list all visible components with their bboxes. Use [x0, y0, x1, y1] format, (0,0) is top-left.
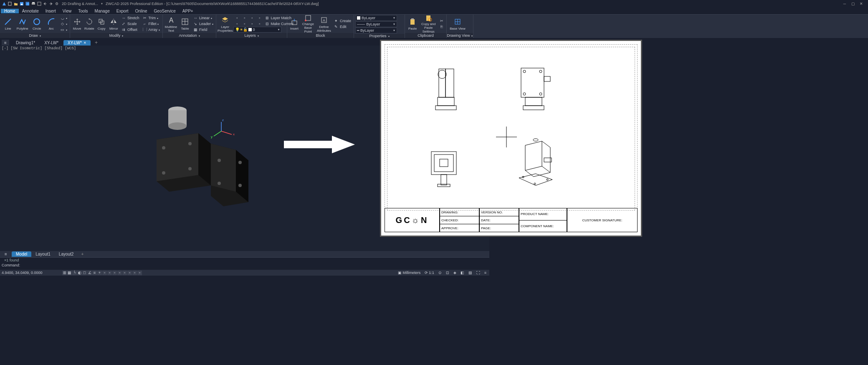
isoplane-button[interactable]: ◧ — [459, 271, 466, 275]
workspace-drop-icon[interactable]: ▼ — [101, 3, 103, 5]
sb13[interactable]: ▫ — [122, 271, 127, 275]
drawing-view-panel-label[interactable]: Drawing View▾ — [447, 33, 473, 38]
snap-toggle[interactable]: ⊞ — [62, 271, 67, 275]
tab-home[interactable]: Home — [1, 9, 19, 13]
layer-tool1[interactable]: ▫ — [233, 15, 240, 21]
tab-insert[interactable]: Insert — [42, 9, 59, 13]
layer-properties-button[interactable]: Layer Properties — [218, 15, 233, 33]
fillet-button[interactable]: ⌐Fillet▾ — [141, 21, 161, 27]
stretch-button[interactable]: ↔Stretch — [120, 15, 141, 21]
tab-tools[interactable]: Tools — [75, 9, 91, 13]
customize-button[interactable]: ≡ — [483, 271, 488, 275]
properties-panel-label[interactable]: Properties▾ — [354, 34, 405, 38]
tab-export[interactable]: Export — [113, 9, 132, 13]
workspace-label[interactable]: 2D Drafting & Annot... — [62, 2, 98, 6]
layout1-tab[interactable]: Layout1 — [31, 251, 55, 257]
layout-menu-icon[interactable]: ≡ — [3, 252, 9, 257]
preview-icon[interactable] — [37, 1, 42, 6]
define-attributes-button[interactable]: ADefine Attributes — [316, 15, 332, 33]
draw-extra1[interactable]: ◡▾ — [59, 15, 68, 21]
lineweight-dropdown[interactable]: ━ByLayer▼ — [355, 28, 397, 33]
dyn-toggle[interactable]: + — [97, 271, 102, 275]
status-r3[interactable]: ◈ — [452, 271, 458, 275]
sb14[interactable]: ▫ — [127, 271, 132, 275]
app-icon[interactable] — [2, 1, 7, 6]
sb15[interactable]: ▫ — [132, 271, 137, 275]
print-icon[interactable] — [31, 1, 36, 6]
tab-geoservice[interactable]: GeoService — [151, 9, 179, 13]
arc-button[interactable]: Arc — [45, 15, 58, 33]
copy-clip-button[interactable]: ⎘ — [438, 24, 445, 30]
tab-online[interactable]: Online — [132, 9, 151, 13]
status-r1[interactable]: ⊙ — [437, 271, 443, 275]
create-block-button[interactable]: ✦Create — [333, 18, 352, 24]
copy-button[interactable]: Copy — [96, 15, 107, 33]
saveall-icon[interactable] — [25, 1, 30, 6]
status-r2[interactable]: ⊡ — [445, 271, 450, 275]
scale-button[interactable]: ⤢Scale — [120, 21, 141, 27]
new-icon[interactable] — [8, 1, 13, 6]
doctab-drawing1[interactable]: Drawing1* — [12, 40, 39, 46]
grid-toggle[interactable]: ▦ — [67, 271, 72, 275]
layers-panel-label[interactable]: Layers▾ — [216, 33, 287, 38]
close-icon[interactable]: ✕ — [858, 1, 865, 6]
fullscreen-button[interactable]: ⛶ — [475, 271, 481, 275]
modify-panel-label[interactable]: Modify▾ — [70, 33, 162, 38]
linetype-dropdown[interactable]: ───ByLayer▼ — [355, 21, 397, 27]
array-button[interactable]: ⋮⋮Array▾ — [141, 27, 161, 33]
layout2-tab[interactable]: Layout2 — [55, 251, 78, 257]
sb12[interactable]: ▫ — [117, 271, 122, 275]
save-icon[interactable] — [19, 1, 24, 6]
sb16[interactable]: ▫ — [137, 271, 142, 275]
layer-tool5[interactable]: ▫ — [233, 21, 240, 27]
tab-annotate[interactable]: Annotate — [19, 9, 42, 13]
table-button[interactable]: Table — [179, 15, 191, 33]
otrack-toggle[interactable]: ∠ — [87, 271, 92, 275]
sb10[interactable]: ▫ — [107, 271, 112, 275]
layer-tool4[interactable]: ▫ — [256, 15, 263, 21]
tab-manage[interactable]: Manage — [91, 9, 113, 13]
annoscale-button[interactable]: ⟳1:1 — [423, 271, 435, 275]
polyline-button[interactable]: Polyline — [16, 15, 30, 33]
open-icon[interactable] — [13, 1, 18, 6]
layer-tool7[interactable]: ▫ — [248, 21, 256, 27]
osnap-toggle[interactable]: □ — [82, 271, 87, 275]
layer-tool8[interactable]: ▫ — [256, 21, 263, 27]
workspace-gear-icon[interactable]: ⚙ — [54, 1, 59, 6]
layer-tool6[interactable]: ▫ — [241, 21, 248, 27]
tab-view[interactable]: View — [59, 9, 75, 13]
change-basepoint-button[interactable]: Change Base Point — [301, 15, 315, 33]
doctab-xylw2[interactable]: XY-LW*✕ — [63, 40, 91, 46]
lwt-toggle[interactable]: ≡ — [92, 271, 97, 275]
draw-panel-label[interactable]: Draw▾ — [0, 33, 70, 38]
line-button[interactable]: Line — [1, 15, 15, 33]
base-view-button[interactable]: Base View — [448, 15, 467, 33]
doctab-xylw1[interactable]: XY-LW* — [40, 40, 63, 46]
sb9[interactable]: ▫ — [102, 271, 107, 275]
model-tab[interactable]: Model — [12, 251, 31, 257]
linear-dim-button[interactable]: ↔Linear▾ — [192, 15, 215, 21]
layer-tool2[interactable]: ▫ — [241, 15, 248, 21]
layer-dropdown[interactable]: 💡 ☀ 🔓 0 ▼ — [233, 27, 281, 33]
sb11[interactable]: ▫ — [112, 271, 117, 275]
redo-icon[interactable] — [48, 1, 53, 6]
layout-add-button[interactable]: + — [78, 252, 87, 256]
color-dropdown[interactable]: ByLayer▼ — [355, 15, 397, 21]
draw-extra3[interactable]: ▭▾ — [59, 27, 68, 33]
command-input[interactable] — [22, 263, 488, 267]
copy-paste-settings-button[interactable]: Copy and Paste Settings — [420, 15, 437, 33]
leader-button[interactable]: ↘Leader▾ — [192, 21, 215, 27]
mtext-button[interactable]: AMultiline Text — [164, 15, 178, 33]
field-button[interactable]: ▦Field — [192, 27, 215, 33]
ortho-toggle[interactable]: └ — [72, 271, 77, 275]
trim-button[interactable]: ✂Trim▾ — [141, 15, 161, 21]
annotation-panel-label[interactable]: Annotation▾ — [163, 33, 216, 38]
cut-button[interactable]: ✂ — [438, 18, 445, 24]
move-button[interactable]: Move — [71, 15, 83, 33]
draw-extra2[interactable]: ◇▾ — [59, 21, 68, 27]
mirror-button[interactable]: Mirror — [108, 15, 119, 33]
insert-block-button[interactable]: Insert — [288, 15, 300, 33]
paste-button[interactable]: Paste — [406, 15, 419, 33]
layer-tool3[interactable]: ▫ — [248, 15, 256, 21]
minimize-icon[interactable]: ─ — [841, 1, 848, 6]
